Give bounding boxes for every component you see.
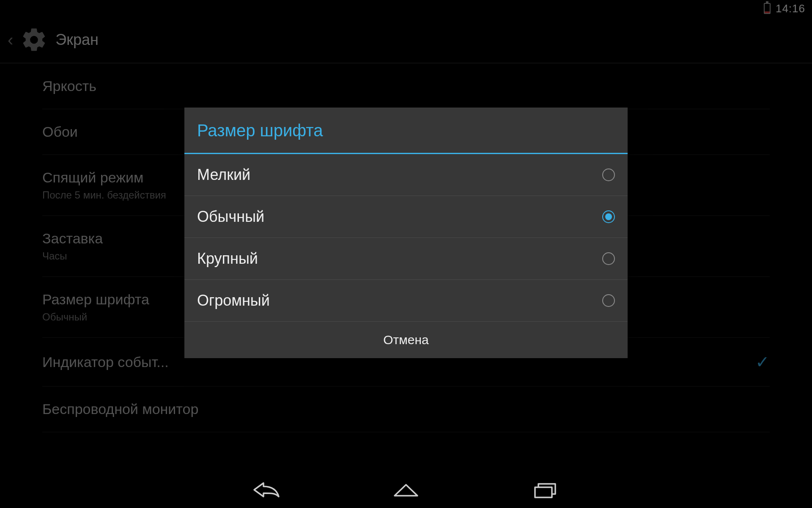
dialog-option-label: Огромный [197, 292, 270, 309]
dialog-option-label: Обычный [197, 208, 264, 226]
radio-icon[interactable] [602, 168, 615, 181]
radio-icon[interactable] [602, 294, 615, 307]
dialog-option-normal[interactable]: Обычный [184, 196, 628, 238]
svg-rect-0 [535, 487, 552, 497]
navigation-bar [0, 472, 812, 508]
cancel-button[interactable]: Отмена [184, 322, 628, 358]
nav-recent-button[interactable] [531, 480, 560, 499]
nav-back-button[interactable] [252, 480, 281, 499]
font-size-dialog: Размер шрифта Мелкий Обычный Крупный Огр… [184, 108, 628, 358]
dialog-option-label: Крупный [197, 250, 258, 268]
dialog-title: Размер шрифта [184, 108, 628, 154]
nav-home-button[interactable] [391, 480, 421, 499]
radio-icon[interactable] [602, 252, 615, 265]
radio-checked-icon[interactable] [602, 210, 615, 223]
dialog-option-large[interactable]: Крупный [184, 238, 628, 280]
dialog-option-small[interactable]: Мелкий [184, 154, 628, 196]
dialog-option-label: Мелкий [197, 166, 250, 184]
dialog-option-huge[interactable]: Огромный [184, 280, 628, 322]
